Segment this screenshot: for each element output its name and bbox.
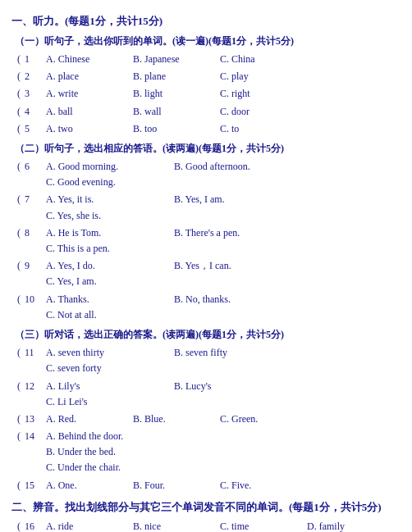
- subsection-2: （二）听句子，选出相应的答语。(读两遍)(每题1分，共计5分) ( 6 A. G…: [11, 141, 401, 324]
- q-num: 10: [25, 292, 46, 307]
- q-options: A. seven thirty B. seven fifty C. seven …: [46, 345, 401, 376]
- q-num: 7: [25, 192, 46, 207]
- list-item: C. Not at all.: [46, 307, 169, 323]
- q-num: 11: [25, 345, 46, 361]
- list-item: A. two: [46, 121, 128, 137]
- paren: (: [13, 225, 25, 241]
- table-row: ( 14 A. Behind the door. B. Under the be…: [11, 428, 401, 477]
- list-item: A. place: [46, 69, 128, 84]
- list-item: C. door: [220, 104, 302, 120]
- table-row: ( 5 A. two B. too C. to: [11, 120, 401, 138]
- list-item: A. seven thirty: [46, 345, 169, 361]
- list-item: B. Yes，I can.: [174, 258, 297, 274]
- q-options: A. Chinese B. Japanese C. China: [46, 52, 401, 67]
- q-num: 1: [25, 52, 46, 67]
- paren: (: [13, 478, 25, 493]
- q-num: 15: [25, 478, 46, 493]
- table-row: ( 6 A. Good morning. B. Good afternoon. …: [11, 158, 401, 191]
- list-item: B. wall: [133, 104, 215, 120]
- table-row: ( 10 A. Thanks. B. No, thanks. C. Not at…: [11, 291, 401, 324]
- list-item: C. to: [220, 121, 302, 137]
- list-item: A. He is Tom.: [46, 225, 169, 241]
- q-num: 16: [25, 519, 46, 532]
- q-options: A. Thanks. B. No, thanks. C. Not at all.: [46, 292, 401, 323]
- paren: (: [13, 86, 25, 102]
- list-item: C. Green.: [220, 412, 302, 427]
- paren: (: [13, 104, 25, 120]
- q-options: A. Yes, it is. B. Yes, I am. C. Yes, she…: [46, 192, 401, 223]
- table-row: ( 13 A. Red. B. Blue. C. Green.: [11, 411, 401, 428]
- q-options: A. write B. light C. right: [46, 86, 401, 102]
- list-item: C. Yes, I am.: [46, 274, 169, 289]
- q-options: A. One. B. Four. C. Five.: [46, 478, 401, 493]
- section-listening: 一、听力。(每题1分，共计15分) （一）听句子，选出你听到的单词。(读一遍)(…: [11, 13, 401, 494]
- table-row: ( 8 A. He is Tom. B. There's a pen. C. T…: [11, 225, 401, 257]
- sub2-title: （二）听句子，选出相应的答语。(读两遍)(每题1分，共计5分): [11, 141, 401, 157]
- list-item: A. Chinese: [46, 52, 128, 67]
- list-item: B. too: [133, 121, 215, 137]
- list-item: D. family: [307, 519, 389, 532]
- list-item: A. One.: [46, 478, 128, 493]
- table-row: ( 2 A. place B. plane C. play: [11, 68, 401, 85]
- list-item: C. Five.: [220, 478, 302, 493]
- q-num: 5: [25, 121, 46, 137]
- list-item: B. seven fifty: [174, 345, 297, 361]
- list-item: B. Good afternoon.: [174, 159, 297, 175]
- q-options: A. two B. too C. to: [46, 121, 401, 137]
- list-item: C. Good evening.: [46, 175, 169, 190]
- list-item: B. Under the bed.: [46, 444, 401, 460]
- q-num: 6: [25, 159, 46, 175]
- q-options: A. Red. B. Blue. C. Green.: [46, 412, 401, 427]
- q-num: 14: [25, 429, 46, 444]
- list-item: C. Li Lei's: [46, 394, 169, 410]
- list-item: C. time: [220, 519, 302, 532]
- list-item: A. Yes, I do.: [46, 258, 169, 274]
- q-num: 13: [25, 412, 46, 427]
- section2-title: 二、辨音。找出划线部分与其它三个单词发音不同的单词。(每题1分，共计5分): [11, 499, 401, 516]
- list-item: B. Lucy's: [174, 379, 297, 394]
- list-item: A. Lily's: [46, 379, 169, 394]
- list-item: C. This is a pen.: [46, 241, 169, 257]
- paren: (: [13, 345, 25, 361]
- q-num: 4: [25, 104, 46, 120]
- list-item: A. Behind the door.: [46, 429, 401, 444]
- list-item: A. ride: [46, 519, 128, 532]
- q-options: A. He is Tom. B. There's a pen. C. This …: [46, 225, 401, 257]
- table-row: ( 16 A. ride B. nice C. time D. family: [11, 518, 401, 532]
- q-num: 12: [25, 379, 46, 394]
- list-item: C. play: [220, 69, 302, 84]
- q-options: A. Lily's B. Lucy's C. Li Lei's: [46, 379, 401, 410]
- q-num: 8: [25, 225, 46, 241]
- list-item: C. China: [220, 52, 302, 67]
- list-item: B. nice: [133, 519, 215, 532]
- subsection-1: （一）听句子，选出你听到的单词。(读一遍)(每题1分，共计5分) ( 1 A. …: [11, 34, 401, 138]
- paren: (: [13, 519, 25, 532]
- paren: (: [13, 429, 25, 444]
- list-item: B. Japanese: [133, 52, 215, 67]
- list-item: B. No, thanks.: [174, 292, 297, 307]
- section-phonetics: 二、辨音。找出划线部分与其它三个单词发音不同的单词。(每题1分，共计5分) ( …: [11, 499, 401, 532]
- list-item: B. Blue.: [133, 412, 215, 427]
- list-item: A. Red.: [46, 412, 128, 427]
- list-item: A. write: [46, 86, 128, 102]
- paren: (: [13, 52, 25, 67]
- list-item: A. ball: [46, 104, 128, 120]
- q-options: A. ride B. nice C. time D. family: [46, 519, 401, 532]
- list-item: A. Yes, it is.: [46, 192, 169, 207]
- paren: (: [13, 69, 25, 84]
- table-row: ( 15 A. One. B. Four. C. Five.: [11, 477, 401, 494]
- table-row: ( 9 A. Yes, I do. B. Yes，I can. C. Yes, …: [11, 257, 401, 290]
- list-item: A. Good morning.: [46, 159, 169, 175]
- paren: (: [13, 292, 25, 307]
- table-row: ( 3 A. write B. light C. right: [11, 85, 401, 102]
- paren: (: [13, 121, 25, 137]
- list-item: C. right: [220, 86, 302, 102]
- q-options: A. Yes, I do. B. Yes，I can. C. Yes, I am…: [46, 258, 401, 289]
- list-item: C. seven forty: [46, 361, 169, 376]
- list-item: B. light: [133, 86, 215, 102]
- q-options: A. ball B. wall C. door: [46, 104, 401, 120]
- q-num: 3: [25, 86, 46, 102]
- list-item: C. Yes, she is.: [46, 208, 169, 224]
- q-num: 2: [25, 69, 46, 84]
- q-options: A. Behind the door. B. Under the bed. C.…: [46, 429, 401, 476]
